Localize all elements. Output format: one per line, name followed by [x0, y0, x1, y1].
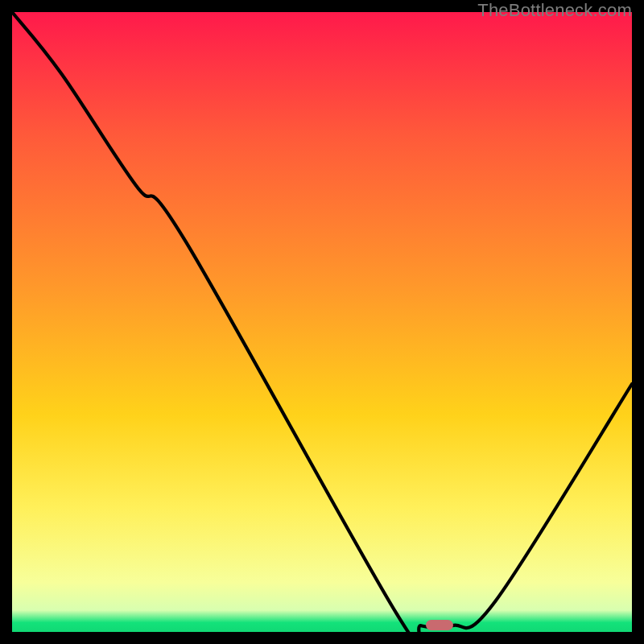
- chart-area: [12, 12, 632, 632]
- watermark-text: TheBottleneck.com: [477, 0, 632, 21]
- optimal-marker: [426, 620, 453, 630]
- bottleneck-curve: [12, 12, 632, 632]
